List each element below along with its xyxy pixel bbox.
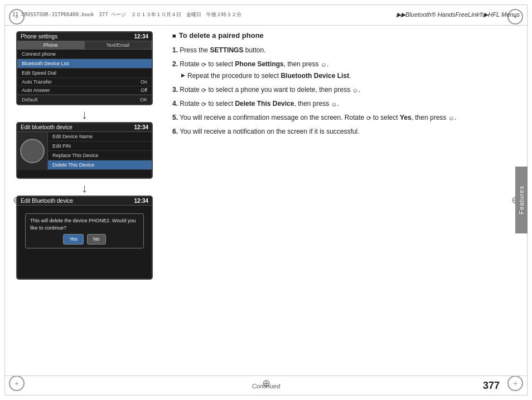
instructions-panel: To delete a paired phone 1. Press the SE…	[161, 26, 524, 375]
header-section: ▶▶Bluetooth® HandsFreeLink®▶HFL Menus	[396, 11, 520, 18]
screen2-item-3: Replace This Device	[48, 151, 152, 160]
screen1-item-4: Auto TransferOn	[17, 78, 152, 86]
press-icon-4: ☺	[448, 114, 454, 123]
main-content: Phone settings 12:34 Phone Text/Email Co…	[8, 26, 524, 375]
press-icon-1: ☺	[321, 60, 327, 70]
step-6: 6. You will receive a notification on th…	[172, 126, 514, 136]
step-5: 5. You will receive a confirmation messa…	[172, 113, 514, 123]
dialog-text: This will delete the device PHONE2. Woul…	[30, 217, 139, 231]
screen-phone-settings: Phone settings 12:34 Phone Text/Email Co…	[16, 31, 153, 105]
arrow-down-2: ↓	[81, 182, 88, 194]
screen1-header: Phone settings 12:34	[17, 32, 152, 41]
arrow-down-1: ↓	[81, 109, 88, 121]
rotate-icon-2: ⟳	[201, 86, 206, 95]
screen2-header: Edit bluetooth device 12:34	[17, 123, 152, 132]
screen1-footer: Default OK	[17, 95, 152, 104]
screen1-item-5: Auto AnswerOff	[17, 86, 152, 95]
screen3-time: 12:34	[134, 198, 148, 204]
dialog-no-btn[interactable]: No	[87, 234, 106, 245]
screen2-item-4: Delete This Device	[48, 160, 152, 170]
instruction-title: To delete a paired phone	[172, 31, 514, 40]
screen-edit-bluetooth: Edit bluetooth device 12:34 Edit Device …	[16, 122, 153, 179]
instruction-list: 1. Press the SETTINGS button. 2. Rotate …	[172, 45, 514, 136]
screen1-item-1: Connect phone	[17, 50, 152, 59]
screen2-item-1: Edit Device Name	[48, 132, 152, 142]
screen-mockups-panel: Phone settings 12:34 Phone Text/Email Co…	[8, 26, 161, 375]
screen2-title: Edit bluetooth device	[21, 124, 72, 130]
page-header: 11 CROSSTOUR-31TP66400.book 377 ページ ２０１３…	[4, 4, 528, 26]
screen1-time: 12:34	[134, 33, 148, 40]
screen2-time: 12:34	[134, 124, 148, 130]
step-3: 3. Rotate ⟳ to select a phone you want t…	[172, 85, 514, 95]
screen2-item-2: Edit PIN	[48, 142, 152, 151]
press-icon-2: ☺	[352, 86, 359, 95]
dialog-buttons: Yes No	[30, 234, 139, 245]
sub-item-1: Repeat the procedure to select Bluetooth…	[181, 71, 514, 81]
footer-page-number: 377	[483, 380, 500, 392]
footer-continued: Continued	[252, 383, 280, 389]
screen3-title: Edit Bluetooth device	[21, 198, 73, 204]
page-footer: Continued 377	[4, 375, 528, 396]
screen1-tabs: Phone Text/Email	[17, 41, 152, 50]
screen-confirm-dialog: Edit Bluetooth device 12:34 This will de…	[16, 196, 153, 280]
screen1-tab-phone: Phone	[17, 41, 85, 49]
rotate-icon-1: ⟳	[201, 60, 206, 70]
rotate-icon-3: ⟳	[201, 100, 206, 109]
screen1-default-btn: Default	[22, 97, 38, 103]
press-icon-3: ☺	[331, 100, 337, 109]
header-filename: 11 CROSSTOUR-31TP66400.book 377 ページ ２０１３…	[12, 11, 241, 18]
screen1-item-3: Edit Speed Dial	[17, 69, 152, 78]
screen3-header: Edit Bluetooth device 12:34	[17, 197, 152, 206]
step-2: 2. Rotate ⟳ to select Phone Settings, th…	[172, 59, 514, 81]
step-4: 4. Rotate ⟳ to select Delete This Device…	[172, 99, 514, 109]
screen1-title: Phone settings	[21, 33, 57, 40]
rotate-icon-4: ⟳	[366, 114, 371, 123]
screen1-ok-btn: OK	[140, 97, 147, 103]
step-1: 1. Press the SETTINGS button.	[172, 45, 514, 55]
screen1-tab-text: Text/Email	[85, 41, 152, 49]
dialog-yes-btn[interactable]: Yes	[63, 234, 84, 245]
screen3-dialog: This will delete the device PHONE2. Woul…	[25, 213, 144, 248]
screen1-item-2: Bluetooth Device List	[17, 59, 152, 69]
